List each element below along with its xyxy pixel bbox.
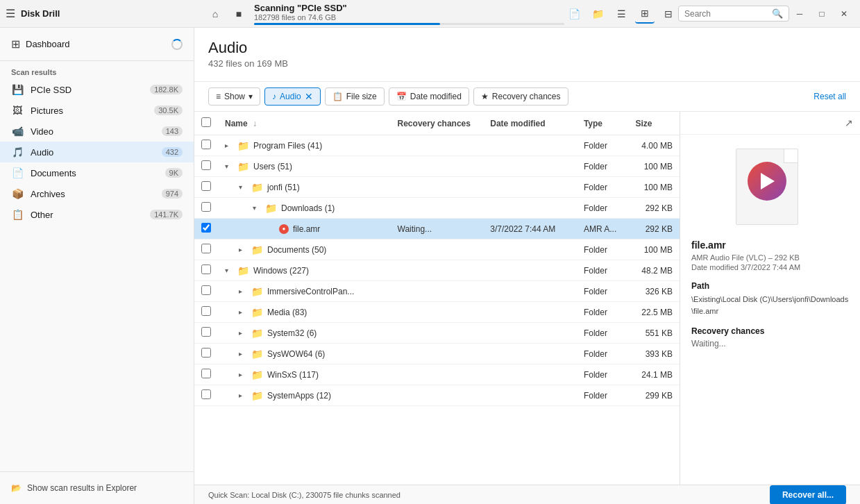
content-area: Audio 432 files on 169 MB ≡ Show ▾ ♪ Aud… xyxy=(194,28,860,504)
documents-icon: 📄 xyxy=(11,167,24,178)
row-checkbox[interactable] xyxy=(201,181,211,191)
expand-icon[interactable]: ▾ xyxy=(225,162,233,170)
date-modified-filter-button[interactable]: 📅 Date modified xyxy=(389,87,469,106)
header-size[interactable]: Size xyxy=(629,112,680,135)
close-button[interactable]: ✕ xyxy=(834,5,854,23)
folder-icon: 📁 xyxy=(251,244,263,255)
stop-button[interactable]: ■ xyxy=(229,4,248,24)
detail-panel: ↗ file.amr xyxy=(680,112,860,485)
sidebar-item-pcie-ssd[interactable]: 💾 PCIe SSD 182.8K xyxy=(0,79,194,100)
list-view-btn[interactable]: ☰ xyxy=(612,4,631,24)
expand-icon[interactable]: ▸ xyxy=(239,371,247,378)
search-input[interactable] xyxy=(684,9,768,19)
row-checkbox[interactable] xyxy=(201,160,211,170)
row-checkbox[interactable] xyxy=(201,285,211,295)
page-title: Audio xyxy=(208,39,846,57)
folder-icon-btn[interactable]: 📁 xyxy=(588,4,607,24)
dashboard-button[interactable]: ⊞ Dashboard xyxy=(6,33,188,55)
table-row[interactable]: ▸📁SysWOW64 (6)Folder393 KB xyxy=(194,344,680,364)
content-header: Audio 432 files on 169 MB xyxy=(194,28,860,82)
sidebar-item-count-audio: 432 xyxy=(162,147,183,157)
expand-icon[interactable]: ▾ xyxy=(253,204,261,212)
row-checkbox[interactable] xyxy=(201,140,211,149)
close-filter-icon[interactable]: ✕ xyxy=(305,92,313,101)
table-row[interactable]: ▾📁Users (51)Folder100 MB xyxy=(194,156,680,177)
table-row[interactable]: ▸📁Media (83)Folder22.5 MB xyxy=(194,302,680,323)
sidebar-item-documents[interactable]: 📄 Documents 9K xyxy=(0,162,194,183)
sidebar-item-label-video: Video xyxy=(31,126,155,137)
hamburger-icon[interactable]: ☰ xyxy=(6,7,15,20)
show-explorer-label: Show scan results in Explorer xyxy=(27,483,137,493)
scanning-subtitle: 182798 files on 74.6 GB xyxy=(254,13,564,22)
table-row[interactable]: ▸📁ImmersiveControlPan...Folder326 KB xyxy=(194,281,680,302)
sidebar-item-video[interactable]: 📹 Video 143 xyxy=(0,121,194,142)
table-row[interactable]: ▸📁SystemApps (12)Folder299 KB xyxy=(194,385,680,406)
expand-icon[interactable]: ▸ xyxy=(239,329,247,337)
table-row[interactable]: ▸📁Program Files (41)Folder4.00 MB xyxy=(194,135,680,156)
expand-icon[interactable]: ▸ xyxy=(239,246,247,253)
sidebar-item-pictures[interactable]: 🖼 Pictures 30.5K xyxy=(0,100,194,121)
select-all-checkbox[interactable] xyxy=(201,117,211,127)
expand-icon[interactable]: ▸ xyxy=(225,142,233,149)
show-icon: ≡ xyxy=(216,92,221,101)
table-row[interactable]: ▸📁System32 (6)Folder551 KB xyxy=(194,323,680,344)
table-row[interactable]: ▾📁jonfi (51)Folder100 MB xyxy=(194,177,680,198)
star-icon: ★ xyxy=(481,92,489,101)
music-icon: ♪ xyxy=(272,92,276,101)
grid-view-btn[interactable]: ⊞ xyxy=(635,4,655,24)
sidebar-item-count-other: 141.7K xyxy=(150,210,183,219)
detail-path-value: \Existing\Local Disk (C)\Users\jonfi\Dow… xyxy=(691,294,849,317)
show-explorer-button[interactable]: 📂 Show scan results in Explorer xyxy=(11,480,183,496)
expand-icon[interactable]: ▸ xyxy=(239,287,247,295)
expand-icon[interactable]: ▾ xyxy=(239,183,247,191)
status-bar: Quick Scan: Local Disk (C:), 230075 file… xyxy=(194,485,860,504)
recover-all-button[interactable]: Recover all... xyxy=(770,485,846,505)
header-date[interactable]: Date modified xyxy=(483,112,577,135)
row-checkbox[interactable] xyxy=(201,202,211,212)
maximize-button[interactable]: □ xyxy=(811,5,832,23)
table-row[interactable]: ▾📁Windows (227)Folder48.2 MB xyxy=(194,260,680,281)
row-checkbox[interactable] xyxy=(201,244,211,253)
audio-filter-tag[interactable]: ♪ Audio ✕ xyxy=(264,87,321,106)
table-row[interactable]: ▸📁Documents (50)Folder100 MB xyxy=(194,240,680,260)
header-type[interactable]: Type xyxy=(577,112,629,135)
table-header-row: Name ↓ Recovery chances Date modified xyxy=(194,112,680,135)
sidebar-item-archives[interactable]: 📦 Archives 974 xyxy=(0,183,194,204)
toolbar-icons: 📄 📁 ☰ ⊞ ⊟ xyxy=(564,4,678,24)
expand-icon[interactable]: ▾ xyxy=(225,267,233,274)
file-icon-btn[interactable]: 📄 xyxy=(564,4,584,24)
sidebar-item-other[interactable]: 📋 Other 141.7K xyxy=(0,204,194,225)
expand-icon[interactable]: ▸ xyxy=(239,392,247,399)
recovery-chances-filter-button[interactable]: ★ Recovery chances xyxy=(473,87,568,106)
row-checkbox[interactable] xyxy=(201,389,211,399)
folder-icon: 📁 xyxy=(237,140,249,151)
sidebar-item-label-pcie-ssd: PCIe SSD xyxy=(31,85,143,95)
file-size-icon: 📋 xyxy=(332,92,343,101)
sidebar-item-audio[interactable]: 🎵 Audio 432 xyxy=(0,142,194,162)
header-recovery[interactable]: Recovery chances xyxy=(391,112,484,135)
row-checkbox[interactable] xyxy=(201,223,211,233)
header-name[interactable]: Name ↓ xyxy=(218,112,391,135)
minimize-button[interactable]: ─ xyxy=(789,5,810,23)
sort-arrow-icon: ↓ xyxy=(253,119,257,128)
table-row[interactable]: ▾📁Downloads (1)Folder292 KB xyxy=(194,198,680,219)
home-button[interactable]: ⌂ xyxy=(205,4,225,24)
table-row[interactable]: ▸📁WinSxS (117)Folder24.1 MB xyxy=(194,364,680,385)
file-list-container: Name ↓ Recovery chances Date modified xyxy=(194,112,860,485)
dashboard-label: Dashboard xyxy=(26,39,70,49)
sidebar-item-count-pcie-ssd: 182.8K xyxy=(150,85,183,94)
expand-icon[interactable]: ▸ xyxy=(239,308,247,316)
search-box[interactable]: 🔍 xyxy=(678,6,789,22)
panel-btn[interactable]: ⊟ xyxy=(659,4,678,24)
row-checkbox[interactable] xyxy=(201,264,211,274)
row-checkbox[interactable] xyxy=(201,327,211,337)
file-size-filter-button[interactable]: 📋 File size xyxy=(325,87,385,106)
open-external-icon[interactable]: ↗ xyxy=(845,117,853,128)
row-checkbox[interactable] xyxy=(201,348,211,358)
reset-all-button[interactable]: Reset all xyxy=(813,92,846,101)
show-filter-button[interactable]: ≡ Show ▾ xyxy=(208,87,260,106)
expand-icon[interactable]: ▸ xyxy=(239,350,247,358)
table-row[interactable]: ●file.amrWaiting...3/7/2022 7:44 AMAMR A… xyxy=(194,219,680,240)
row-checkbox[interactable] xyxy=(201,306,211,316)
row-checkbox[interactable] xyxy=(201,369,211,378)
